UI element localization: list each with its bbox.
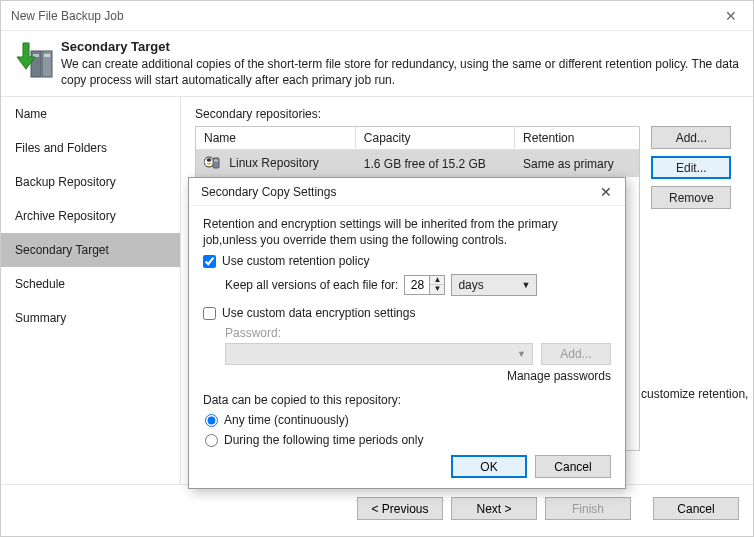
step-schedule[interactable]: Schedule [1,267,180,301]
password-label: Password: [225,326,611,340]
wizard-icon [15,39,61,88]
secondary-copy-settings-dialog: Secondary Copy Settings ✕ Retention and … [188,177,626,489]
copy-anytime-radio[interactable] [205,414,218,427]
dialog-description: Retention and encryption settings will b… [203,216,611,248]
keep-unit-value: days [458,278,483,292]
dialog-footer: OK Cancel [451,455,611,478]
col-name[interactable]: Name [196,127,355,150]
step-secondary-target[interactable]: Secondary Target [1,233,180,267]
secondary-repos-label: Secondary repositories: [195,107,739,121]
dialog-titlebar: Secondary Copy Settings ✕ [189,178,625,206]
cell-capacity: 1.6 GB free of 15.2 GB [355,150,514,178]
step-archive-repository[interactable]: Archive Repository [1,199,180,233]
manage-passwords-link[interactable]: Manage passwords [203,369,611,383]
chevron-down-icon: ▼ [522,280,531,290]
wizard-window: New File Backup Job ✕ Secondary Target W… [0,0,754,537]
step-summary[interactable]: Summary [1,301,180,335]
step-backup-repository[interactable]: Backup Repository [1,165,180,199]
cancel-button[interactable]: Cancel [653,497,739,520]
use-custom-encryption-label: Use custom data encryption settings [222,306,415,320]
svg-point-5 [207,159,212,162]
copy-periods-radio[interactable] [205,434,218,447]
step-files-and-folders[interactable]: Files and Folders [1,131,180,165]
page-description: We can create additional copies of the s… [61,56,739,88]
password-select: ▼ [225,343,533,365]
keep-versions-spinner: ▲ ▼ [404,275,445,295]
use-custom-retention-checkbox[interactable] [203,255,216,268]
copy-periods-label: During the following time periods only [224,433,423,447]
keep-versions-label: Keep all versions of each file for: [225,278,398,292]
keep-versions-input[interactable] [404,275,430,295]
copy-periods-row: During the following time periods only [205,433,611,447]
repo-action-buttons: Add... Edit... Remove [651,126,731,216]
copy-anytime-label: Any time (continuously) [224,413,349,427]
add-button[interactable]: Add... [651,126,731,149]
use-custom-retention-row: Use custom retention policy [203,254,611,268]
remove-button[interactable]: Remove [651,186,731,209]
wizard-steps: Name Files and Folders Backup Repository… [1,97,181,484]
linux-repo-icon [204,154,220,173]
next-button[interactable]: Next > [451,497,537,520]
copy-time-label: Data can be copied to this repository: [203,393,611,407]
finish-button[interactable]: Finish [545,497,631,520]
chevron-down-icon: ▼ [517,349,526,359]
dialog-close-icon[interactable]: ✕ [595,184,617,200]
keep-unit-select[interactable]: days ▼ [451,274,537,296]
window-title: New File Backup Job [11,1,124,31]
step-name[interactable]: Name [1,97,180,131]
ok-button[interactable]: OK [451,455,527,478]
password-row: ▼ Add... [225,343,611,365]
titlebar: New File Backup Job ✕ [1,1,753,31]
previous-button[interactable]: < Previous [357,497,443,520]
table-row[interactable]: Linux Repository 1.6 GB free of 15.2 GB … [196,150,639,178]
use-custom-encryption-checkbox[interactable] [203,307,216,320]
col-capacity[interactable]: Capacity [355,127,514,150]
dialog-cancel-button[interactable]: Cancel [535,455,611,478]
spinner-down-icon[interactable]: ▼ [430,285,444,294]
svg-rect-7 [214,160,218,162]
cell-name: Linux Repository [229,156,318,170]
use-custom-retention-label: Use custom retention policy [222,254,369,268]
keep-versions-row: Keep all versions of each file for: ▲ ▼ … [225,274,611,296]
col-retention[interactable]: Retention [515,127,639,150]
close-icon[interactable]: ✕ [719,1,743,31]
cell-retention: Same as primary [515,150,639,178]
password-add-button: Add... [541,343,611,365]
wizard-header: Secondary Target We can create additiona… [1,31,753,97]
page-title: Secondary Target [61,39,739,54]
svg-rect-3 [44,54,50,57]
wizard-footer: < Previous Next > Finish Cancel [1,484,753,532]
dialog-title: Secondary Copy Settings [201,185,336,199]
copy-anytime-row: Any time (continuously) [205,413,611,427]
use-custom-encryption-row: Use custom data encryption settings [203,306,611,320]
edit-button[interactable]: Edit... [651,156,731,179]
customize-note: customize retention, [641,387,748,401]
